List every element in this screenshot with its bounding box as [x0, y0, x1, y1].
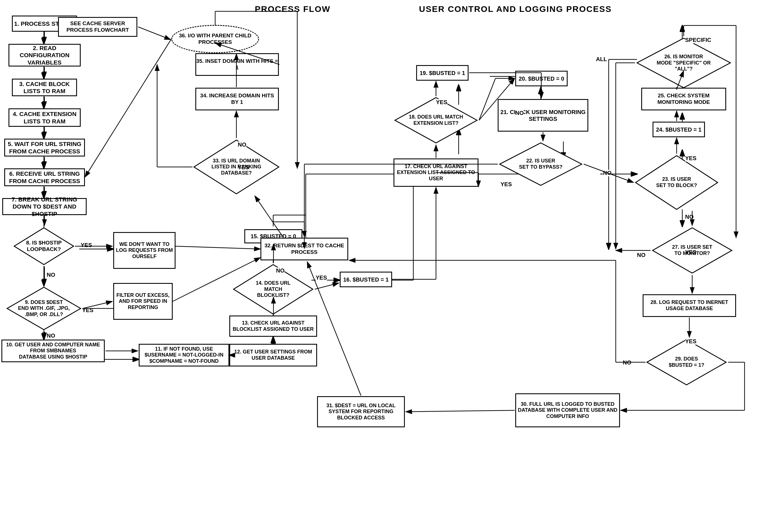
label-14-no: NO [276, 267, 285, 274]
label-9-no: NO [47, 332, 55, 339]
svg-line-105 [406, 410, 515, 412]
label-18-no: NO [515, 110, 524, 116]
node-19: 19. $BUSTED = 1 [416, 65, 468, 81]
label-33-no: NO [238, 141, 246, 148]
node-31: 31. $DEST = URL ON LOCAL SYSTEM FOR REPO… [317, 396, 405, 427]
title-process-flow: PROCESS FLOW [255, 4, 330, 14]
node-29: 29. DOES$BUSTED = 1? [646, 338, 728, 386]
node-13: 13. CHECK URL AGAINST BLOCKLIST ASSIGNED… [229, 316, 317, 337]
node-33: 33. IS URL DOMAINLISTED IN RANKINGDATABA… [192, 139, 280, 195]
note-filter: FILTER OUT EXCESS, AND FOR SPEED IN REPO… [113, 283, 173, 320]
node-2: 2. READ CONFIGURATION VARIABLES [9, 44, 81, 66]
node-3: 3. CACHE BLOCK LISTS TO RAM [12, 79, 77, 96]
svg-line-58 [176, 246, 260, 249]
flowchart-container: PROCESS FLOW USER CONTROL AND LOGGING PR… [0, 0, 759, 532]
label-14-yes: YES [316, 275, 327, 281]
node-22: 22. IS USERSET TO BYPASS? [498, 141, 583, 187]
node-14: 14. DOES URLMATCHBLOCKLIST? [232, 263, 314, 316]
node-9: 9. DOES $DESTEND WITH .GIF, .JPG,.BMP, O… [6, 286, 82, 331]
node-36: 36. I/O WITH PARENT CHILD PROCESSES [171, 25, 259, 53]
node-21: 21. CHECK USER MONITORING SETTINGS [498, 99, 588, 132]
node-32: 32. RETURN $DEST TO CACHE PROCESS [260, 238, 348, 260]
label-29-no: NO [623, 360, 631, 366]
label-29-yes: YES [685, 338, 697, 345]
label-27-no: NO [637, 252, 646, 258]
svg-line-117 [85, 39, 171, 177]
node-20: 20. $BUSTED = 0 [515, 71, 568, 86]
node-24: 24. $BUSTED = 1 [653, 122, 705, 137]
title-user-control: USER CONTROL AND LOGGING PROCESS [419, 4, 612, 14]
node-27: 27. IS USER SETTO MONITOR? [651, 226, 733, 275]
svg-line-70 [315, 283, 339, 289]
label-23-no: NO [685, 214, 694, 220]
node-10: 10. GET USER AND COMPUTER NAMEFROM SMBNA… [1, 340, 105, 362]
label-26-specific: SPECIFIC [685, 37, 711, 43]
label-8-yes: YES [81, 242, 92, 248]
svg-line-116 [138, 27, 171, 40]
node-7: 7. BREAK URL STRING DOWN TO $DEST AND $H… [2, 198, 87, 215]
node-28: 28. LOG REQUEST TO INERNET USAGE DATABAS… [643, 294, 736, 317]
node-12: 12. GET USER SETTINGS FROM USER DATABASE [229, 344, 317, 366]
note-cache: SEE CACHE SERVER PROCESS FLOWCHART [58, 17, 137, 37]
note-loopback: WE DON'T WANT TO LOG REQUESTS FROM OURSE… [113, 232, 176, 269]
node-25: 25. CHECK SYSTEM MONITORING MODE [641, 88, 726, 110]
node-4: 4. CACHE EXTENSION LISTS TO RAM [9, 108, 81, 127]
label-9-yes: YES [82, 307, 94, 314]
node-16: 16. $BUSTED = 1 [340, 272, 392, 287]
label-22-no: NO [603, 170, 612, 176]
node-8: 8. IS $HOSTIPLOOPBACK? [13, 226, 75, 266]
node-17: 17. CHECK URL AGAINST EXTENSION LIST ASS… [393, 159, 478, 187]
node-11: 11. IF NOT FOUND, USE $USERNAME = NOT-LO… [139, 344, 229, 366]
node-30: 30. FULL URL IS LOGGED TO BUSTED DATABAS… [515, 393, 620, 427]
label-23-yes: YES [685, 155, 697, 162]
label-22-yes: YES [500, 181, 512, 188]
node-23: 23. IS USERSET TO BLOCK? [634, 154, 719, 211]
node-6: 6. RECEIVE URL STRING FROM CACHE PROCESS [4, 169, 85, 186]
node-35: 35. INSET DOMAIN WITH HITS = 1 [195, 53, 279, 76]
svg-line-120 [479, 78, 496, 120]
label-18-yes: YES [436, 99, 447, 105]
label-8-no: NO [47, 272, 55, 278]
node-26: 26. IS MONITORMODE "SPECIFIC" OR"ALL"? [636, 37, 732, 89]
node-34: 34. INCREASE DOMAIN HITS BY 1 [195, 88, 279, 110]
label-26-all: ALL [596, 56, 607, 62]
node-5: 5. WAIT FOR URL STRING FROM CACHE PROCES… [4, 139, 85, 157]
